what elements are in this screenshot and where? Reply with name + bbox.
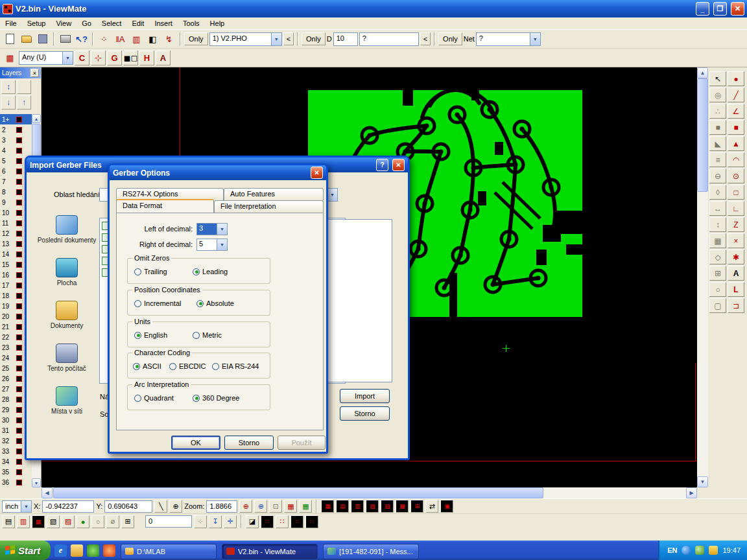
move-horizontal-icon[interactable]: ↔ <box>709 201 726 216</box>
scroll-right-icon[interactable]: ▶ <box>686 487 697 498</box>
layer-color-swatch[interactable] <box>16 127 22 133</box>
scroll-up-icon[interactable]: ▲ <box>697 67 708 78</box>
zoom-in-icon[interactable]: ⊕ <box>239 500 252 513</box>
dcode-view-3-icon[interactable]: ▥ <box>351 500 364 513</box>
place-documents[interactable]: Dokumenty <box>36 301 98 329</box>
menu-setup[interactable]: Setup <box>22 18 51 29</box>
canvas-vscrollbar[interactable]: ▲ ▼ <box>697 67 708 487</box>
radio-metric[interactable]: Metric <box>193 331 222 339</box>
radio-absolute[interactable]: Absolute <box>196 299 234 307</box>
ok-button[interactable]: OK <box>171 436 220 450</box>
draw-square-icon[interactable]: ■ <box>728 120 744 135</box>
network-tray-icon[interactable] <box>682 546 691 555</box>
only-dcode-toggle[interactable]: Only <box>302 32 326 45</box>
layer-row[interactable]: 1+ <box>0 114 32 124</box>
internet-explorer-icon[interactable]: e <box>54 544 67 557</box>
dcode-view-2-icon[interactable]: ▤ <box>336 500 349 513</box>
right-of-decimal-combo[interactable]: 5 ▼ <box>196 239 228 251</box>
red-dots-1-icon[interactable]: ∷ <box>261 515 274 528</box>
layer-blank-icon[interactable] <box>17 80 31 94</box>
star-tool-icon[interactable]: ✱ <box>728 250 744 264</box>
canvas-hscrollbar[interactable]: ◀ ▶ <box>42 487 697 498</box>
layer-color-swatch[interactable] <box>16 449 22 454</box>
layer-color-swatch[interactable] <box>16 355 22 361</box>
radio-ascii[interactable]: ASCII <box>133 362 161 370</box>
close-icon[interactable]: ✕ <box>311 167 323 179</box>
radio-english[interactable]: English <box>134 331 167 339</box>
radio-eia-rs244[interactable]: EIA RS-244 <box>212 362 259 370</box>
target-icon[interactable]: ◎ <box>709 88 726 102</box>
measure-icon[interactable]: ‖A <box>113 32 128 47</box>
aperture-g-icon[interactable]: G <box>107 51 122 65</box>
pattern-split-icon[interactable]: ◪ <box>246 515 259 528</box>
anchor-icon[interactable]: ↧ <box>209 515 222 528</box>
hscroll-thumb[interactable] <box>53 487 543 498</box>
draw-triangle-icon[interactable]: ▲ <box>728 136 744 151</box>
dcode-view-8-icon[interactable]: ▣ <box>440 500 453 513</box>
vscroll-thumb[interactable] <box>697 78 708 192</box>
layer-row[interactable]: 3 <box>0 135 32 145</box>
menu-view[interactable]: View <box>51 18 77 29</box>
close-button[interactable]: ✕ <box>731 2 744 16</box>
help-icon[interactable]: ? <box>376 159 388 171</box>
menu-insert[interactable]: Insert <box>149 18 178 29</box>
gerber-cancel-button[interactable]: Storno <box>224 436 274 450</box>
layer-color-swatch[interactable] <box>16 158 22 164</box>
layer-pattern-4-icon[interactable]: ▧ <box>47 515 60 528</box>
draw-corner-icon[interactable]: ∟ <box>728 201 744 216</box>
scroll-down-icon[interactable]: ▼ <box>32 478 41 487</box>
zoom-fit-icon[interactable]: ⊡ <box>269 500 282 513</box>
layer-pattern-3-icon[interactable]: ▦ <box>32 515 45 528</box>
chevron-down-icon[interactable]: ▼ <box>530 33 540 45</box>
layer-color-swatch[interactable] <box>16 438 22 444</box>
red-dots-3-icon[interactable]: ∷ <box>290 515 303 528</box>
layer-pattern-2-icon[interactable]: ▥ <box>17 515 30 528</box>
layer-color-swatch[interactable] <box>16 272 22 278</box>
layer-color-swatch[interactable] <box>16 480 22 485</box>
layer-color-swatch[interactable] <box>16 417 22 423</box>
net-combo[interactable]: ? ▼ <box>476 32 541 46</box>
layer-pattern-1-icon[interactable]: ▤ <box>2 515 15 528</box>
radio-360-degree[interactable]: 360 Degree <box>193 394 240 402</box>
radio-leading[interactable]: Leading <box>193 268 228 275</box>
draw-zigzag-icon[interactable]: Z <box>728 217 744 232</box>
layer-combo[interactable]: 1) V2.PHO ▼ <box>209 32 282 46</box>
draw-angle-icon[interactable]: ∠ <box>728 104 744 119</box>
layer-color-swatch[interactable] <box>16 283 22 288</box>
dcode-view-4-icon[interactable]: ▧ <box>366 500 379 513</box>
layer-color-swatch[interactable] <box>16 366 22 371</box>
aperture-shape-combo[interactable]: Any (U) ▼ <box>19 51 73 65</box>
chevron-down-icon[interactable]: ▼ <box>217 239 227 250</box>
aperture-squares-icon[interactable]: ◼◻ <box>123 51 138 65</box>
y-coordinate-field[interactable]: 0.690643 <box>104 500 152 513</box>
print-icon[interactable] <box>58 32 73 47</box>
antivirus-tray-icon[interactable] <box>695 546 704 555</box>
x-coordinate-field[interactable]: -0.942237 <box>42 500 94 513</box>
layer-color-swatch[interactable] <box>16 241 22 247</box>
place-network[interactable]: Místa v síti <box>36 386 98 415</box>
dcode-view-1-icon[interactable]: ▦ <box>321 500 334 513</box>
dcode-view-6-icon[interactable]: ▩ <box>396 500 409 513</box>
circle-icon[interactable]: ○ <box>709 282 726 297</box>
layer-color-swatch[interactable] <box>16 303 22 309</box>
layer-reorder-icon[interactable]: ↕ <box>1 80 16 94</box>
radio-quadrant[interactable]: Quadrant <box>134 394 174 402</box>
clock[interactable]: 19:47 <box>722 546 741 554</box>
task-messenger[interactable]: [191-482-091] - Mess... <box>323 544 419 559</box>
import-cancel-button[interactable]: Storno <box>340 406 390 421</box>
update-tray-icon[interactable] <box>709 546 718 555</box>
dcode-input[interactable]: 10 <box>333 32 358 46</box>
layer-color-swatch[interactable] <box>16 200 22 205</box>
draw-rect-outline-icon[interactable]: □ <box>728 185 744 200</box>
prev-dcode-button[interactable]: < <box>420 32 431 45</box>
minimize-button[interactable]: _ <box>696 2 709 16</box>
start-button[interactable]: Start <box>0 541 51 560</box>
menu-go[interactable]: Go <box>77 18 97 29</box>
corner-triangle-icon[interactable]: ◣ <box>709 136 726 151</box>
layer-color-swatch[interactable] <box>16 469 22 475</box>
gerber-dialog-titlebar[interactable]: Gerber Options ✕ <box>110 165 326 180</box>
layer-color-swatch[interactable] <box>16 262 22 268</box>
aperture-c-icon[interactable]: C <box>75 51 89 65</box>
prev-layer-button[interactable]: < <box>283 32 294 45</box>
active-dcode-field[interactable]: 0 <box>145 515 192 528</box>
